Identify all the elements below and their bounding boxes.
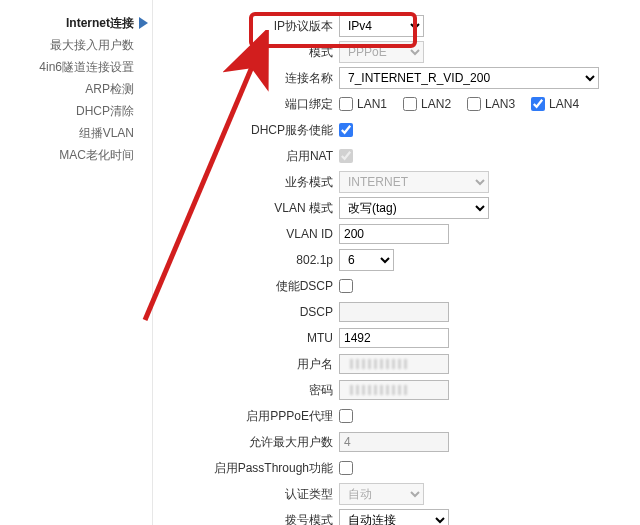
sidebar-item-internet[interactable]: Internet连接 — [0, 12, 152, 34]
label-lan3: LAN3 — [485, 97, 515, 111]
label-dscp: DSCP — [153, 305, 339, 319]
input-mtu[interactable] — [339, 328, 449, 348]
select-conn-name[interactable]: 7_INTERNET_R_VID_200 — [339, 67, 599, 89]
checkbox-dhcp-serv[interactable] — [339, 123, 353, 137]
label-mtu: MTU — [153, 331, 339, 345]
label-mode: 模式 — [153, 44, 339, 61]
sidebar-item-mac-age[interactable]: MAC老化时间 — [0, 144, 152, 166]
select-ip-version[interactable]: IPv4 — [339, 15, 424, 37]
label-dial-mode: 拨号模式 — [153, 512, 339, 526]
select-auth-type[interactable]: 自动 — [339, 483, 424, 505]
label-passthrough: 启用PassThrough功能 — [153, 460, 339, 477]
label-biz-mode: 业务模式 — [153, 174, 339, 191]
checkbox-pppoe-proxy[interactable] — [339, 409, 353, 423]
label-ip-version: IP协议版本 — [153, 18, 339, 35]
sidebar-item-max-users[interactable]: 最大接入用户数 — [0, 34, 152, 56]
label-8021p: 802.1p — [153, 253, 339, 267]
select-8021p[interactable]: 6 — [339, 249, 394, 271]
label-vlan-id: VLAN ID — [153, 227, 339, 241]
select-mode[interactable]: PPPoE — [339, 41, 424, 63]
sidebar-item-arp[interactable]: ARP检测 — [0, 78, 152, 100]
checkbox-lan3[interactable] — [467, 97, 481, 111]
label-dscp-en: 使能DSCP — [153, 278, 339, 295]
input-max-users[interactable] — [339, 432, 449, 452]
label-auth-type: 认证类型 — [153, 486, 339, 503]
select-biz-mode[interactable]: INTERNET — [339, 171, 489, 193]
sidebar-item-dhcp-clear[interactable]: DHCP清除 — [0, 100, 152, 122]
checkbox-lan1[interactable] — [339, 97, 353, 111]
label-user: 用户名 — [153, 356, 339, 373]
checkbox-lan2[interactable] — [403, 97, 417, 111]
checkbox-nat[interactable] — [339, 149, 353, 163]
sidebar-item-4in6[interactable]: 4in6隧道连接设置 — [0, 56, 152, 78]
label-max-users: 允许最大用户数 — [153, 434, 339, 451]
checkbox-dscp-en[interactable] — [339, 279, 353, 293]
label-pass: 密码 — [153, 382, 339, 399]
label-lan1: LAN1 — [357, 97, 387, 111]
label-lan2: LAN2 — [421, 97, 451, 111]
sidebar: Internet连接 最大接入用户数 4in6隧道连接设置 ARP检测 DHCP… — [0, 0, 153, 525]
form-area: IP协议版本 IPv4 模式 PPPoE 连接名称 7_INTERNET_R_V… — [153, 0, 640, 525]
label-dhcp-serv: DHCP服务使能 — [153, 122, 339, 139]
label-nat: 启用NAT — [153, 148, 339, 165]
select-vlan-mode[interactable]: 改写(tag) — [339, 197, 489, 219]
label-conn-name: 连接名称 — [153, 70, 339, 87]
label-lan4: LAN4 — [549, 97, 579, 111]
label-port-bind: 端口绑定 — [153, 96, 339, 113]
label-vlan-mode: VLAN 模式 — [153, 200, 339, 217]
input-password[interactable] — [339, 380, 449, 400]
input-username[interactable] — [339, 354, 449, 374]
checkbox-passthrough[interactable] — [339, 461, 353, 475]
checkbox-lan4[interactable] — [531, 97, 545, 111]
input-vlan-id[interactable] — [339, 224, 449, 244]
label-pppoe-proxy: 启用PPPoE代理 — [153, 408, 339, 425]
select-dial-mode[interactable]: 自动连接 — [339, 509, 449, 525]
sidebar-item-mcast-vlan[interactable]: 组播VLAN — [0, 122, 152, 144]
input-dscp[interactable] — [339, 302, 449, 322]
